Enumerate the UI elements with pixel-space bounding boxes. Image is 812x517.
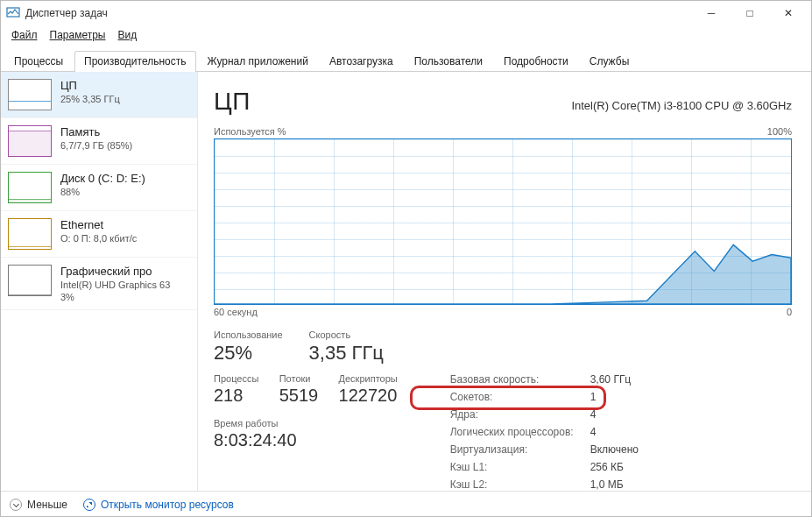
tab-strip: Процессы Производительность Журнал прило… xyxy=(1,45,811,72)
open-resmon-label: Открыть монитор ресурсов xyxy=(101,499,234,511)
cpu-details-grid: Базовая скорость: 3,60 ГГц Сокетов: 1 Яд… xyxy=(450,373,678,491)
memory-thumb-icon xyxy=(8,125,52,157)
footer: Меньше Открыть монитор ресурсов xyxy=(1,491,811,517)
sockets-key: Сокетов: xyxy=(450,391,590,403)
cpu-model: Intel(R) Core(TM) i3-8100 CPU @ 3.60GHz xyxy=(571,99,792,112)
threads-value: 5519 xyxy=(279,386,319,406)
cpu-chart-svg xyxy=(215,139,791,304)
chevron-up-icon xyxy=(10,499,22,511)
cpu-utilization-chart[interactable] xyxy=(214,138,792,305)
tab-details[interactable]: Подробности xyxy=(494,51,578,72)
sidebar-gpu-sub2: 3% xyxy=(60,292,170,302)
sidebar-cpu-sub: 25% 3,35 ГГц xyxy=(60,94,120,104)
menubar: Файл Параметры Вид xyxy=(1,25,811,45)
chart-bottom-right-label: 0 xyxy=(787,307,792,317)
app-icon xyxy=(6,6,20,20)
tab-services[interactable]: Службы xyxy=(580,51,639,72)
cores-key: Ядра: xyxy=(450,408,590,421)
titlebar: Диспетчер задач ─ □ ✕ xyxy=(1,1,811,25)
menu-file[interactable]: Файл xyxy=(6,27,43,43)
sidebar-net-name: Ethernet xyxy=(60,218,137,231)
l2-value: 1,0 МБ xyxy=(590,478,678,491)
resource-monitor-icon xyxy=(83,499,95,511)
cpu-thumb-icon xyxy=(8,79,52,110)
menu-options[interactable]: Параметры xyxy=(45,27,111,43)
sidebar-mem-sub: 6,7/7,9 ГБ (85%) xyxy=(60,140,132,151)
tab-processes[interactable]: Процессы xyxy=(4,51,73,72)
tab-startup[interactable]: Автозагрузка xyxy=(320,51,403,72)
sidebar-item-disk[interactable]: Диск 0 (C: D: E:) 88% xyxy=(1,165,197,211)
fewer-details-label: Меньше xyxy=(27,499,67,511)
uptime-label: Время работы xyxy=(214,418,415,428)
maximize-button[interactable]: □ xyxy=(731,1,769,25)
tab-app-history[interactable]: Журнал приложений xyxy=(198,51,318,72)
l2-key: Кэш L2: xyxy=(450,478,590,491)
chart-top-right-label: 100% xyxy=(767,126,792,137)
cores-value: 4 xyxy=(590,408,678,421)
sidebar-item-cpu[interactable]: ЦП 25% 3,35 ГГц xyxy=(1,72,197,118)
processes-value: 218 xyxy=(214,386,258,406)
sidebar-gpu-name: Графический про xyxy=(60,265,170,278)
utilization-value: 25% xyxy=(214,342,283,365)
l1-key: Кэш L1: xyxy=(450,461,590,473)
sidebar-disk-sub: 88% xyxy=(60,187,145,197)
chart-bottom-left-label: 60 секунд xyxy=(214,307,258,317)
handles-value: 122720 xyxy=(339,386,398,406)
speed-value: 3,35 ГГц xyxy=(309,342,384,365)
l1-value: 256 КБ xyxy=(590,461,678,473)
sockets-value: 1 xyxy=(590,391,678,403)
ethernet-thumb-icon xyxy=(8,218,52,250)
fewer-details-button[interactable]: Меньше xyxy=(10,499,67,511)
handles-label: Дескрипторы xyxy=(339,373,398,384)
sidebar-gpu-sub: Intel(R) UHD Graphics 63 xyxy=(60,280,170,290)
uptime-value: 8:03:24:40 xyxy=(214,430,415,450)
tab-users[interactable]: Пользователи xyxy=(405,51,492,72)
performance-sidebar: ЦП 25% 3,35 ГГц Память 6,7/7,9 ГБ (85%) … xyxy=(1,72,198,491)
minimize-button[interactable]: ─ xyxy=(692,1,731,25)
logical-key: Логических процессоров: xyxy=(450,426,590,438)
base-speed-value: 3,60 ГГц xyxy=(590,373,678,386)
utilization-label: Использование xyxy=(214,329,283,340)
disk-thumb-icon xyxy=(8,172,52,203)
close-button[interactable]: ✕ xyxy=(769,1,808,25)
window-title: Диспетчер задач xyxy=(25,7,692,19)
virtualization-value: Включено xyxy=(590,443,678,456)
menu-view[interactable]: Вид xyxy=(112,27,142,43)
logical-value: 4 xyxy=(590,426,678,438)
sidebar-item-gpu[interactable]: Графический про Intel(R) UHD Graphics 63… xyxy=(1,258,197,310)
sidebar-cpu-name: ЦП xyxy=(60,79,120,92)
performance-main: ЦП Intel(R) Core(TM) i3-8100 CPU @ 3.60G… xyxy=(198,72,811,491)
tab-performance[interactable]: Производительность xyxy=(74,51,195,72)
open-resource-monitor-link[interactable]: Открыть монитор ресурсов xyxy=(83,499,234,511)
sidebar-item-memory[interactable]: Память 6,7/7,9 ГБ (85%) xyxy=(1,118,197,165)
sidebar-mem-name: Память xyxy=(60,125,132,138)
sidebar-item-ethernet[interactable]: Ethernet О: 0 П: 8,0 кбит/с xyxy=(1,211,197,258)
processes-label: Процессы xyxy=(214,373,258,384)
page-title: ЦП xyxy=(214,88,251,116)
base-speed-key: Базовая скорость: xyxy=(450,373,590,386)
gpu-thumb-icon xyxy=(8,265,52,296)
chart-top-left-label: Используется % xyxy=(214,126,286,137)
virtualization-key: Виртуализация: xyxy=(450,443,590,456)
threads-label: Потоки xyxy=(279,373,319,384)
speed-label: Скорость xyxy=(309,329,384,340)
sidebar-disk-name: Диск 0 (C: D: E:) xyxy=(60,172,145,185)
sidebar-net-sub: О: 0 П: 8,0 кбит/с xyxy=(60,233,137,244)
